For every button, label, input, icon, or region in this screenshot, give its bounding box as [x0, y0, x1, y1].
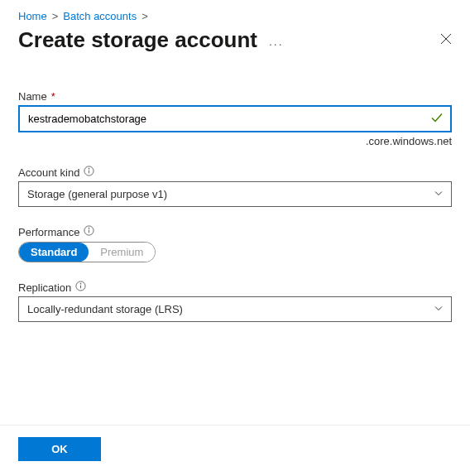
chevron-right-icon: > — [52, 10, 59, 22]
page-title: Create storage account — [18, 27, 257, 53]
name-input[interactable] — [18, 105, 452, 132]
info-icon[interactable] — [75, 281, 86, 294]
breadcrumb: Home > Batch accounts > — [18, 8, 452, 22]
info-icon[interactable] — [84, 225, 94, 238]
replication-value: Locally-redundant storage (LRS) — [18, 296, 452, 322]
replication-select[interactable]: Locally-redundant storage (LRS) — [18, 296, 452, 322]
performance-premium[interactable]: Premium — [89, 243, 155, 262]
svg-point-7 — [89, 228, 89, 228]
account-kind-value: Storage (general purpose v1) — [18, 181, 452, 207]
field-name: Name * .core.windows.net — [18, 90, 452, 147]
field-replication: Replication Locally-redundant storage (L… — [18, 281, 452, 322]
footer: OK — [0, 425, 470, 476]
account-kind-label: Account kind — [18, 166, 79, 179]
name-label: Name — [18, 90, 47, 103]
performance-label: Performance — [18, 226, 79, 238]
more-actions-button[interactable]: ··· — [269, 37, 284, 50]
replication-label: Replication — [18, 281, 71, 294]
svg-point-4 — [89, 168, 89, 169]
check-icon — [430, 111, 444, 127]
name-suffix: .core.windows.net — [18, 135, 452, 147]
field-performance: Performance Standard Premium — [18, 225, 452, 262]
required-indicator: * — [51, 90, 55, 103]
svg-point-10 — [80, 283, 81, 284]
ok-button[interactable]: OK — [18, 437, 101, 461]
close-button[interactable] — [440, 33, 452, 47]
breadcrumb-home[interactable]: Home — [18, 10, 47, 22]
account-kind-select[interactable]: Storage (general purpose v1) — [18, 181, 452, 207]
info-icon[interactable] — [84, 166, 94, 179]
performance-toggle: Standard Premium — [18, 242, 156, 262]
performance-standard[interactable]: Standard — [19, 243, 89, 262]
field-account-kind: Account kind Storage (general purpose v1… — [18, 166, 452, 207]
chevron-right-icon: > — [141, 10, 148, 22]
breadcrumb-batch-accounts[interactable]: Batch accounts — [63, 10, 137, 22]
